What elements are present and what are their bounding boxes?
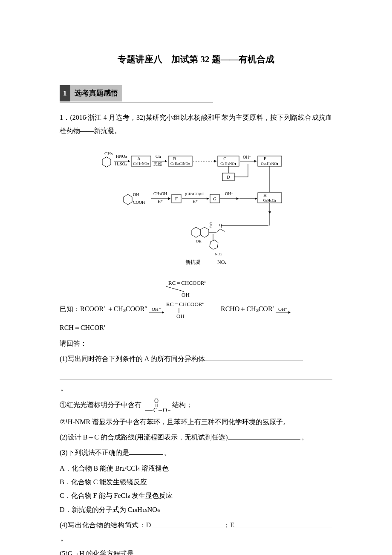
svg-text:C₇H₇NO₂: C₇H₇NO₂ (133, 162, 149, 166)
p1-cond1: ①红光光谱标明分子中含有 O C O 结构； (60, 398, 332, 413)
svg-text:F: F (175, 196, 178, 201)
p2-text: (2)设计 B→C 的合成路线(用流程图表示，无机试剂任选) (60, 434, 228, 441)
svg-line-67 (216, 229, 220, 232)
svg-text:A: A (137, 156, 141, 161)
option-a: A．化合物 B 能使 Br₂/CCl₄ 溶液褪色 (60, 462, 332, 475)
svg-text:C₇H₅NO₃: C₇H₅NO₃ (220, 162, 236, 166)
question-stem: 1．(2016·浙江 4 月选考，32)某研究小组以水杨酸和甲苯为主要原料，按下… (60, 111, 332, 137)
svg-text:OH: OH (176, 313, 184, 319)
section-label: 选考真题感悟 (70, 85, 122, 101)
svg-line-76 (166, 286, 184, 292)
svg-text:OH⁻: OH⁻ (243, 155, 251, 159)
blank-p1-line2[interactable] (60, 368, 332, 380)
period-2: 。 (301, 434, 308, 441)
svg-text:O: O (210, 221, 213, 225)
section-header: 1选考真题感悟 (60, 85, 332, 103)
p5-text: (5)G→H 的化学方程式是 (60, 550, 134, 555)
blank-p5[interactable] (134, 549, 296, 555)
known-line: 已知：RCOOR′ ＋CH₃COOR″ OH⁻ RC＝CHCOOR″ OH RC… (60, 300, 332, 319)
svg-text:RC＝CHCOOR″: RC＝CHCOOR″ (166, 301, 205, 307)
svg-marker-57 (268, 211, 271, 214)
svg-text:B: B (173, 156, 176, 161)
svg-text:E: E (264, 156, 267, 161)
svg-text:H⁺: H⁺ (193, 199, 198, 204)
known-mid: RCHO＋CH₃COR′ (214, 305, 274, 312)
svg-text:CH₃OH: CH₃OH (153, 191, 167, 196)
svg-marker-61 (192, 227, 200, 237)
arrow-oh-2: OH⁻ (276, 307, 290, 312)
arrow-oh-1: OH⁻ (149, 307, 164, 312)
svg-text:D: D (227, 174, 230, 179)
svg-marker-11 (165, 160, 167, 162)
svg-marker-26 (254, 160, 257, 162)
p4-text: (4)写出化合物的结构简式：D (60, 521, 151, 529)
svg-line-68 (220, 229, 225, 231)
q1-part1: (1)写出同时符合下列条件的 A 的所有同分异构体 (60, 353, 332, 365)
blank-p1[interactable] (205, 354, 303, 361)
svg-marker-4 (128, 160, 130, 162)
period-1: 。 (61, 384, 67, 392)
p4-mid: ；E (223, 521, 234, 529)
svg-text:(CH₃CO)₂O: (CH₃CO)₂O (185, 192, 205, 196)
svg-text:COOH: COOH (133, 200, 145, 205)
svg-text:G: G (213, 196, 216, 201)
section-number: 1 (60, 85, 70, 101)
svg-text:NO₂: NO₂ (217, 259, 227, 265)
svg-text:NO₂: NO₂ (215, 252, 222, 256)
p3-text: (3)下列说法不正确的是 (60, 449, 129, 456)
svg-marker-54 (255, 197, 257, 200)
svg-marker-49 (236, 197, 239, 200)
blank-p4-e[interactable] (234, 520, 332, 527)
svg-text:OH: OH (182, 292, 190, 298)
svg-text:OH: OH (133, 192, 139, 197)
svg-marker-43 (207, 197, 209, 200)
svg-marker-37 (168, 197, 170, 200)
p1-text: (1)写出同时符合下列条件的 A 的所有同分异构体 (60, 355, 205, 362)
ester-fragment-icon: O C O (143, 398, 170, 413)
svg-text:Cl₂: Cl₂ (156, 154, 161, 159)
known-prefix: 已知：RCOOR′ ＋CH₃COOR″ (60, 305, 147, 312)
blank-p3[interactable] (129, 448, 163, 455)
p1-cond1-tail: 结构； (172, 401, 193, 408)
svg-text:OH: OH (196, 239, 202, 243)
svg-text:O: O (219, 223, 222, 227)
option-b: B．化合物 C 能发生银镜反应 (60, 476, 332, 489)
svg-text:C₇H₆ClNO₂: C₇H₆ClNO₂ (170, 162, 190, 166)
answer-label: 请回答： (60, 337, 332, 350)
svg-text:RC＝CHCOOR″: RC＝CHCOOR″ (168, 280, 207, 286)
p1-cond1-text: ①红光光谱标明分子中含有 (60, 401, 141, 408)
svg-text:HNO₃: HNO₃ (116, 154, 127, 159)
svg-text:光照: 光照 (153, 162, 162, 166)
blank-p2[interactable] (228, 432, 300, 439)
period-3: 。 (164, 449, 171, 456)
svg-marker-0 (102, 157, 111, 167)
q1-part2: (2)设计 B→C 的合成路线(用流程图表示，无机试剂任选)。 (60, 431, 332, 444)
svg-text:H₂SO₄: H₂SO₄ (115, 162, 127, 166)
svg-marker-71 (210, 240, 218, 249)
option-c: C．化合物 F 能与 FeCl₃ 发生显色反应 (60, 489, 332, 502)
svg-marker-32 (124, 194, 132, 205)
svg-text:C₁₀H₉NO₃: C₁₀H₉NO₃ (261, 162, 279, 166)
svg-marker-62 (200, 227, 209, 237)
svg-marker-17 (214, 160, 216, 162)
blank-p4-d[interactable] (151, 520, 223, 527)
svg-text:OH⁻: OH⁻ (225, 191, 233, 196)
page-title: 专题讲座八 加试第 32 题——有机合成 (60, 51, 332, 68)
known-reaction: RC＝CHCOOR″ OH (60, 278, 332, 298)
svg-text:O: O (163, 407, 167, 413)
svg-text:O: O (154, 398, 159, 404)
reaction-scheme: CH₃ HNO₃ H₂SO₄ A C₇H₇NO₂ Cl₂ 光照 B C₇H₆Cl… (60, 142, 332, 275)
svg-text:H⁺: H⁺ (158, 199, 163, 204)
q1-part3: (3)下列说法不正确的是。 (60, 446, 332, 459)
svg-text:新抗凝: 新抗凝 (185, 259, 201, 265)
q1-part4: (4)写出化合物的结构简式：D；E。 (60, 519, 332, 545)
svg-text:H: H (263, 193, 267, 198)
svg-text:C: C (223, 156, 226, 161)
svg-text:C: C (153, 407, 157, 413)
period-4: 。 (61, 535, 67, 542)
svg-text:C₉H₆O₃: C₉H₆O₃ (263, 198, 276, 202)
p1-cond2: ②¹H-NMR 谱显示分子中含有苯环，且苯环上有三种不同化学环境的氢原子。 (60, 416, 332, 428)
section-underline (60, 102, 213, 103)
q1-part5: (5)G→H 的化学方程式是 (60, 547, 332, 555)
known-tail: RCH＝CHCOR′ (60, 321, 332, 334)
